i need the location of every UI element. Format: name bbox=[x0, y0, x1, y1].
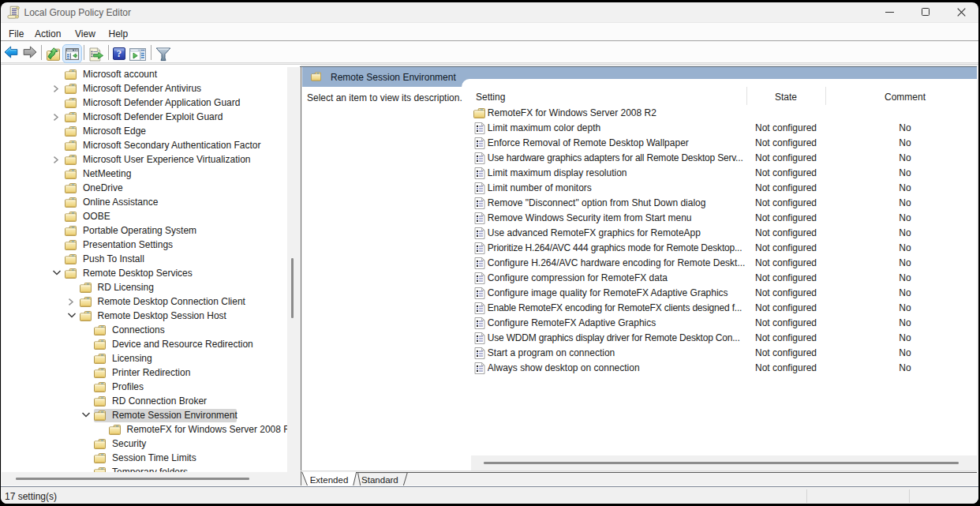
svg-text:?: ? bbox=[117, 47, 122, 59]
